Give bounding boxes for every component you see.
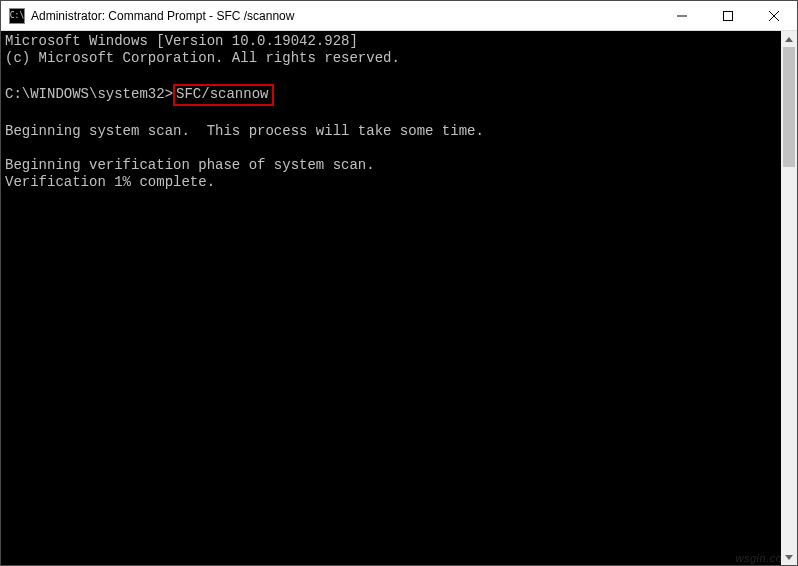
terminal-output[interactable]: Microsoft Windows [Version 10.0.19042.92… [1,31,781,565]
scroll-thumb[interactable] [783,47,795,167]
output-line: Verification 1% complete. [5,174,215,190]
client-area: Microsoft Windows [Version 10.0.19042.92… [1,31,797,565]
titlebar[interactable]: C:\ Administrator: Command Prompt - SFC … [1,1,797,31]
svg-rect-1 [724,11,733,20]
scroll-up-arrow-icon[interactable] [781,31,797,47]
output-line: Microsoft Windows [Version 10.0.19042.92… [5,33,358,49]
cmd-icon: C:\ [9,8,25,24]
vertical-scrollbar[interactable] [781,31,797,565]
output-line: (c) Microsoft Corporation. All rights re… [5,50,400,66]
typed-command: SFC/scannow [176,86,268,102]
close-button[interactable] [751,1,797,30]
command-prompt-window: C:\ Administrator: Command Prompt - SFC … [0,0,798,566]
svg-marker-5 [785,555,793,560]
window-title: Administrator: Command Prompt - SFC /sca… [31,9,659,23]
output-line: Beginning verification phase of system s… [5,157,375,173]
command-highlight: SFC/scannow [173,84,274,106]
window-controls [659,1,797,30]
scroll-down-arrow-icon[interactable] [781,549,797,565]
output-line: Beginning system scan. This process will… [5,123,484,139]
svg-marker-4 [785,37,793,42]
prompt-text: C:\WINDOWS\system32> [5,86,173,102]
maximize-button[interactable] [705,1,751,30]
minimize-button[interactable] [659,1,705,30]
